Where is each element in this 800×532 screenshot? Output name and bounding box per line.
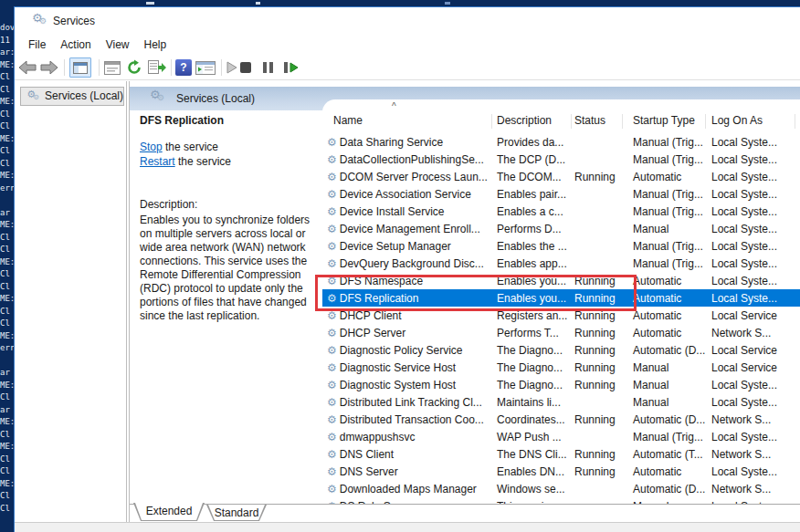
- service-status: Running: [571, 379, 622, 391]
- service-logon-as: Local Syste...: [706, 240, 800, 253]
- service-row[interactable]: ⚙DFS Replication Enables you... Running …: [322, 289, 800, 307]
- stop-service-icon[interactable]: [240, 59, 251, 76]
- service-row[interactable]: ⚙Downloaded Maps Manager Windows se... A…: [322, 480, 800, 497]
- selected-service-title: DFS Replication: [140, 114, 224, 127]
- service-row[interactable]: ⚙Diagnostic Policy Service The Diagno...…: [322, 341, 800, 359]
- service-row[interactable]: ⚙DFS Namespace Enables you... Running Au…: [322, 272, 800, 289]
- restart-suffix: the service: [175, 155, 231, 168]
- tree-item-label: Services (Local): [45, 88, 123, 105]
- service-list-panel: Name ^ Description Status Startup Type L…: [322, 99, 800, 504]
- service-row[interactable]: ⚙Diagnostic System Host The Diagno... Ru…: [322, 376, 800, 393]
- service-startup-type: Manual (Trig...: [622, 257, 706, 270]
- tree-item-services-local[interactable]: ⚙⚙ Services (Local): [20, 87, 124, 106]
- background-console-window[interactable]: dov 11 ar: ME: Cl Cl ME: Cl Cl ME: Cl Cl…: [0, 0, 14, 532]
- service-gear-icon: ⚙: [327, 136, 337, 149]
- services-header-icon: ⚙⚙: [150, 90, 166, 107]
- service-description: Enables the ...: [491, 240, 571, 253]
- service-row[interactable]: ⚙Diagnostic Service Host The Diagno... R…: [322, 359, 800, 376]
- service-description: Coordinates...: [491, 413, 571, 426]
- service-row[interactable]: ⚙DNS Server Enables DN... Running Automa…: [322, 463, 800, 480]
- column-header-status[interactable]: Status: [574, 114, 605, 127]
- show-console-tree-icon[interactable]: [69, 57, 91, 78]
- services-app-icon: ⚙⚙: [32, 14, 48, 30]
- services-window: ⚙⚙ Services File Action View Help ?: [14, 6, 800, 532]
- properties-icon[interactable]: [104, 59, 121, 76]
- back-icon[interactable]: [18, 59, 37, 76]
- service-gear-icon: ⚙: [327, 465, 337, 478]
- service-row[interactable]: ⚙DCOM Server Process Laun... The DCOM...…: [322, 168, 800, 185]
- service-name: dmwappushsvc: [340, 431, 416, 443]
- refresh-icon[interactable]: [126, 59, 142, 76]
- column-header-log-on-as[interactable]: Log On As: [711, 114, 763, 127]
- service-description: The Diagno...: [491, 361, 571, 374]
- service-name: Distributed Transaction Coo...: [340, 413, 484, 426]
- service-startup-type: Manual: [622, 379, 706, 391]
- service-row[interactable]: ⚙DHCP Server Performs T... Running Autom…: [322, 324, 800, 341]
- restart-service-icon[interactable]: [282, 59, 299, 76]
- service-logon-as: Network S...: [706, 327, 800, 339]
- tab-extended[interactable]: Extended: [133, 503, 205, 521]
- services-node-icon: ⚙⚙: [26, 90, 40, 104]
- service-row[interactable]: ⚙Device Management Enroll... Performs D.…: [322, 220, 800, 237]
- service-row[interactable]: ⚙DevQuery Background Disc... Enables app…: [322, 255, 800, 272]
- menu-file[interactable]: File: [21, 35, 53, 55]
- forward-icon[interactable]: [40, 59, 58, 76]
- service-startup-type: Automatic: [622, 327, 706, 339]
- service-row[interactable]: ⚙DS Role Server This servic... Manual Lo…: [322, 497, 800, 504]
- service-logon-as: Local Service: [706, 344, 800, 357]
- menu-view[interactable]: View: [99, 35, 137, 55]
- service-logon-as: Local Syste...: [706, 379, 800, 391]
- stop-service-link[interactable]: Stop: [140, 141, 163, 153]
- service-description: The Diagno...: [491, 379, 571, 391]
- title-bar: ⚙⚙ Services: [15, 7, 800, 35]
- service-gear-icon: ⚙: [327, 188, 337, 201]
- service-row[interactable]: ⚙DataCollectionPublishingSe... The DCP (…: [322, 151, 800, 168]
- service-description: Enables you...: [491, 292, 571, 305]
- show-extended-view-icon[interactable]: [195, 59, 216, 76]
- menu-bar: File Action View Help: [15, 35, 800, 55]
- service-gear-icon: ⚙: [327, 257, 337, 270]
- column-header-description[interactable]: Description: [497, 114, 552, 127]
- service-row[interactable]: ⚙Distributed Link Tracking Cl... Maintai…: [322, 393, 800, 411]
- column-header-startup-type[interactable]: Startup Type: [633, 114, 695, 127]
- service-row[interactable]: ⚙Device Install Service Enables a c... M…: [322, 203, 800, 220]
- tab-standard[interactable]: Standard: [206, 505, 267, 521]
- service-gear-icon: ⚙: [327, 223, 337, 235]
- restart-service-line: Restart the service: [140, 154, 231, 169]
- service-name: DCOM Server Process Laun...: [340, 171, 488, 183]
- menu-action[interactable]: Action: [53, 35, 98, 55]
- service-description: Provides da...: [491, 136, 571, 149]
- status-bar: [15, 522, 800, 532]
- service-gear-icon: ⚙: [327, 292, 337, 305]
- help-icon[interactable]: ?: [175, 59, 192, 76]
- service-description: Maintains li...: [491, 396, 571, 409]
- service-status: Running: [571, 327, 622, 339]
- column-header-name[interactable]: Name: [333, 114, 363, 127]
- service-logon-as: Local Syste...: [706, 223, 800, 235]
- extended-view-panel: ⚙⚙ Services (Local) DFS Replication Stop…: [130, 81, 800, 522]
- restart-service-link[interactable]: Restart: [140, 155, 175, 168]
- service-name: Diagnostic Policy Service: [340, 344, 463, 357]
- service-gear-icon: ⚙: [327, 361, 337, 374]
- service-logon-as: Local Syste...: [706, 136, 800, 149]
- service-description: The DCOM...: [491, 171, 571, 183]
- service-row[interactable]: ⚙Device Association Service Enables pair…: [322, 185, 800, 203]
- service-row[interactable]: ⚙dmwappushsvc WAP Push ... Manual (Trig.…: [322, 428, 800, 445]
- service-row[interactable]: ⚙DHCP Client Registers an... Running Aut…: [322, 307, 800, 324]
- sort-ascending-icon: ^: [392, 101, 396, 111]
- service-startup-type: Manual (Trig...: [622, 240, 706, 253]
- service-name: DFS Replication: [340, 292, 419, 305]
- service-row[interactable]: ⚙Device Setup Manager Enables the ... Ma…: [322, 237, 800, 255]
- service-row[interactable]: ⚙Data Sharing Service Provides da... Man…: [322, 133, 800, 151]
- service-status: Running: [571, 309, 622, 322]
- service-row[interactable]: ⚙Distributed Transaction Coo... Coordina…: [322, 411, 800, 428]
- background-artifact: [146, 2, 154, 5]
- service-status: Running: [571, 344, 622, 357]
- pause-service-icon[interactable]: [261, 59, 274, 76]
- export-list-icon[interactable]: [148, 59, 166, 76]
- service-row[interactable]: ⚙DNS Client The DNS Cli... Running Autom…: [322, 445, 800, 463]
- start-service-icon[interactable]: [226, 59, 237, 76]
- service-logon-as: Local Service: [706, 361, 800, 374]
- service-gear-icon: ⚙: [327, 483, 337, 495]
- menu-help[interactable]: Help: [137, 35, 174, 55]
